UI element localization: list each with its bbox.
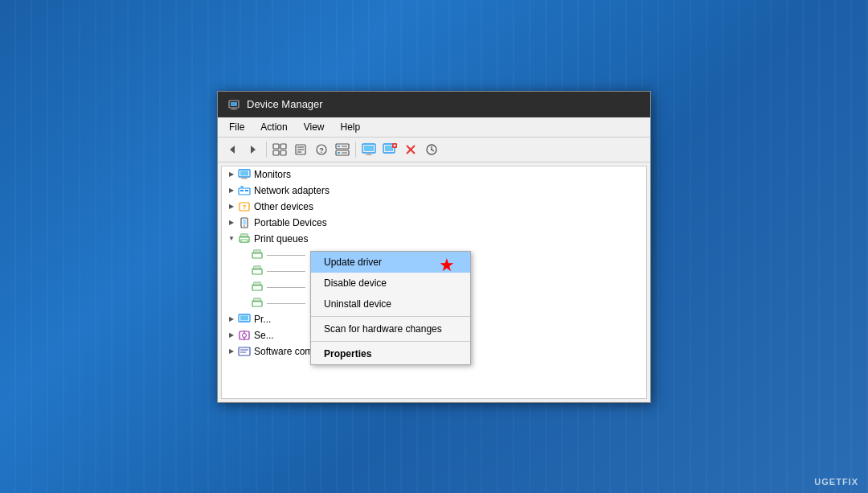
svg-point-50: [244, 225, 245, 227]
device-manager-btn[interactable]: [270, 140, 289, 159]
expand-monitors[interactable]: ▶: [225, 170, 238, 178]
svg-rect-2: [232, 108, 235, 109]
menu-bar: File Action View Help: [218, 117, 650, 138]
svg-rect-75: [240, 351, 246, 353]
svg-rect-17: [338, 146, 340, 147]
pr-icon: [238, 313, 251, 326]
svg-marker-4: [230, 146, 235, 154]
print-sub-1-label: ————: [267, 249, 305, 261]
context-update-driver[interactable]: Update driver: [311, 252, 470, 273]
menu-file[interactable]: File: [223, 119, 251, 135]
back-button[interactable]: [223, 140, 242, 159]
toolbar-separator-1: [266, 142, 267, 158]
expand-software[interactable]: ▶: [225, 347, 238, 355]
other-devices-label: Other devices: [254, 201, 313, 212]
svg-rect-66: [254, 298, 260, 300]
tree-view: ▶ Monitors ▶: [221, 166, 647, 399]
context-properties[interactable]: Properties: [311, 343, 470, 364]
monitors-label: Monitors: [254, 169, 291, 180]
window-icon: [227, 98, 240, 111]
expand-other[interactable]: ▶: [225, 203, 238, 210]
uninstall-btn[interactable]: [401, 140, 420, 159]
menu-action[interactable]: Action: [254, 119, 293, 135]
context-menu: Update driver Disable device Uninstall d…: [310, 251, 471, 365]
software-icon: [238, 345, 251, 358]
print-sub-4-icon: [251, 297, 264, 310]
tree-item-other-devices[interactable]: ▶ ? Other devices: [222, 199, 646, 215]
expand-print[interactable]: ▼: [225, 235, 238, 242]
toggle-view-btn[interactable]: [333, 140, 352, 159]
toolbar: ?: [218, 138, 650, 162]
se-icon: [238, 329, 251, 342]
watermark: UGETFIX: [814, 477, 858, 487]
svg-rect-57: [254, 250, 260, 252]
svg-rect-63: [254, 282, 260, 284]
svg-point-70: [243, 333, 247, 337]
toolbar-separator-2: [355, 142, 356, 158]
svg-rect-49: [243, 219, 246, 224]
svg-rect-24: [367, 153, 371, 154]
svg-rect-68: [240, 315, 248, 320]
svg-rect-9: [280, 150, 286, 155]
svg-rect-74: [240, 349, 248, 351]
expand-se[interactable]: ▶: [225, 331, 238, 339]
svg-rect-40: [241, 178, 248, 179]
print-sub-3-label: ————: [267, 281, 305, 293]
menu-help[interactable]: Help: [334, 119, 367, 135]
pr-label: Pr...: [254, 314, 271, 325]
forward-button[interactable]: [244, 140, 263, 159]
svg-rect-1: [231, 102, 237, 106]
context-disable-device[interactable]: Disable device: [311, 273, 470, 294]
portable-icon: [238, 216, 251, 229]
monitors-icon: [238, 168, 251, 181]
menu-view[interactable]: View: [297, 119, 331, 135]
update-driver-toolbar-btn[interactable]: [380, 140, 399, 159]
svg-rect-20: [338, 152, 340, 154]
title-bar: Device Manager: [218, 92, 650, 117]
svg-rect-53: [241, 240, 248, 242]
properties-btn[interactable]: [291, 140, 310, 159]
help-btn[interactable]: ?: [312, 140, 331, 159]
print-sub-2-label: ————: [267, 265, 305, 277]
svg-rect-43: [245, 190, 248, 191]
monitor-btn[interactable]: [359, 140, 379, 159]
print-queues-label: Print queues: [254, 233, 308, 244]
svg-rect-60: [254, 266, 260, 268]
print-sub-2-icon: [251, 265, 264, 277]
tree-item-monitors[interactable]: ▶ Monitors: [222, 166, 646, 183]
svg-rect-23: [364, 146, 374, 151]
svg-rect-39: [243, 177, 246, 179]
svg-marker-5: [251, 146, 256, 154]
print-sub-3-icon: [251, 281, 264, 294]
svg-rect-27: [385, 146, 393, 151]
se-label: Se...: [254, 330, 274, 341]
svg-rect-42: [240, 190, 244, 191]
svg-point-36: [431, 149, 432, 150]
svg-text:?: ?: [243, 203, 247, 211]
other-devices-icon: ?: [238, 200, 251, 213]
context-scan-hardware[interactable]: Scan for hardware changes: [311, 318, 470, 339]
context-uninstall-device[interactable]: Uninstall device: [311, 294, 470, 314]
svg-rect-38: [240, 170, 248, 175]
window-title: Device Manager: [247, 98, 323, 110]
print-sub-4-label: ————: [267, 298, 305, 309]
tree-item-portable[interactable]: ▶ Portable Devices: [222, 215, 646, 231]
print-icon: [238, 232, 251, 245]
svg-text:?: ?: [319, 146, 324, 154]
expand-network[interactable]: ▶: [225, 187, 238, 194]
device-manager-window: Device Manager File Action View Help: [217, 91, 651, 403]
expand-pr[interactable]: ▶: [225, 315, 238, 323]
svg-rect-54: [241, 234, 248, 236]
svg-rect-25: [366, 154, 372, 155]
svg-rect-6: [273, 144, 279, 149]
tree-item-network[interactable]: ▶ Network adapters: [222, 183, 646, 199]
tree-item-print-queues[interactable]: ▼ Print queues: [222, 231, 646, 247]
svg-rect-8: [273, 150, 279, 155]
context-separator: [311, 316, 470, 317]
svg-rect-3: [231, 109, 237, 109]
network-icon: [238, 184, 251, 197]
context-separator-2: [311, 341, 470, 342]
portable-label: Portable Devices: [254, 217, 327, 228]
expand-portable[interactable]: ▶: [225, 219, 238, 226]
scan-hardware-btn[interactable]: [422, 140, 441, 159]
